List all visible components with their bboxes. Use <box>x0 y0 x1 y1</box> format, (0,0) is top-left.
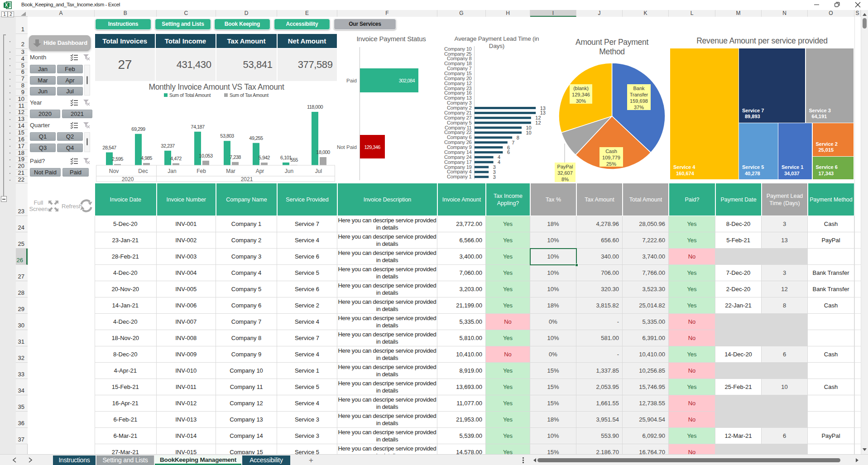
svg-text:8%: 8% <box>561 177 569 182</box>
svg-text:Dec: Dec <box>138 168 148 174</box>
svg-text:7: 7 <box>512 140 514 145</box>
svg-text:5,942: 5,942 <box>259 155 270 160</box>
svg-text:32,607: 32,607 <box>557 170 573 176</box>
svg-text:30%: 30% <box>576 98 586 104</box>
svg-text:Not Paid: Not Paid <box>337 144 357 150</box>
svg-text:Feb: Feb <box>197 168 206 174</box>
svg-text:129,346: 129,346 <box>572 92 590 97</box>
svg-text:18,000: 18,000 <box>316 149 330 155</box>
svg-text:Transfer: Transfer <box>630 92 648 97</box>
svg-text:Apr: Apr <box>256 168 264 174</box>
svg-text:555: 555 <box>290 157 298 163</box>
svg-text:109,779: 109,779 <box>602 155 620 160</box>
svg-text:69,299: 69,299 <box>131 126 145 132</box>
svg-text:Average Payment Lead Time (in: Average Payment Lead Time (in <box>455 35 539 42</box>
svg-text:49,255: 49,255 <box>249 135 263 141</box>
svg-text:2021: 2021 <box>241 176 253 182</box>
svg-text:4,472: 4,472 <box>170 156 182 161</box>
svg-text:Jan: Jan <box>168 168 176 174</box>
svg-text:118,000: 118,000 <box>307 104 323 110</box>
svg-text:PayPal: PayPal <box>557 164 573 169</box>
svg-text:4: 4 <box>498 159 500 165</box>
svg-text:Monthly Invoice Amount VS Tax: Monthly Invoice Amount VS Tax Amount <box>149 82 284 91</box>
svg-text:7,238: 7,238 <box>230 154 241 160</box>
svg-text:159,698: 159,698 <box>630 98 648 104</box>
svg-text:Method: Method <box>599 47 625 56</box>
svg-text:Jun: Jun <box>285 168 293 174</box>
svg-text:Invoice Payment Status: Invoice Payment Status <box>356 35 426 43</box>
svg-text:Nov: Nov <box>109 168 119 174</box>
svg-text:28,547: 28,547 <box>102 145 116 150</box>
svg-text:32,237: 32,237 <box>161 143 175 149</box>
svg-text:37%: 37% <box>634 105 644 110</box>
svg-text:3: 3 <box>493 174 496 180</box>
svg-text:Days): Days) <box>489 43 504 49</box>
svg-text:Sum of Tax Amount: Sum of Tax Amount <box>230 92 269 98</box>
svg-text:302,084: 302,084 <box>399 78 415 83</box>
svg-text:53,803: 53,803 <box>220 133 234 139</box>
svg-text:Amount Per Payment: Amount Per Payment <box>575 38 648 47</box>
svg-text:Paid: Paid <box>346 78 357 83</box>
svg-text:10: 10 <box>526 130 532 135</box>
svg-text:2020: 2020 <box>122 176 134 182</box>
svg-text:25%: 25% <box>606 161 616 167</box>
svg-text:Cash: Cash <box>605 149 617 154</box>
svg-text:(blank): (blank) <box>573 86 589 91</box>
svg-text:129,346: 129,346 <box>364 144 380 150</box>
svg-text:Company 1: Company 1 <box>447 174 472 179</box>
svg-text:8: 8 <box>517 135 519 140</box>
svg-text:4,985: 4,985 <box>141 155 152 161</box>
svg-text:12: 12 <box>535 120 541 125</box>
svg-text:Sum of Total Amount: Sum of Total Amount <box>169 92 211 98</box>
svg-text:2,595: 2,595 <box>112 156 123 162</box>
svg-text:Mar: Mar <box>226 168 235 174</box>
svg-text:Bank: Bank <box>633 86 645 91</box>
svg-text:Jul: Jul <box>315 168 322 174</box>
svg-text:74,187: 74,187 <box>191 124 205 129</box>
svg-text:6: 6 <box>507 149 510 155</box>
svg-text:10,053: 10,053 <box>199 153 213 158</box>
